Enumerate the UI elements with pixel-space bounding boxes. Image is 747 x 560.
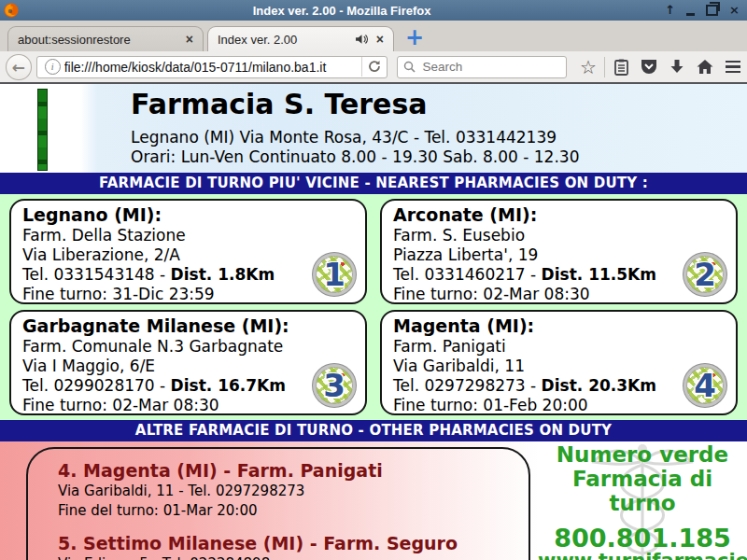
card-address: Via I Maggio, 6/E xyxy=(22,357,354,376)
map-badge-icon: 4 xyxy=(684,364,726,407)
downloads-icon[interactable] xyxy=(663,54,691,80)
card-city: Magenta (MI): xyxy=(393,315,725,337)
toll-free-line2: Farmacia di turno xyxy=(538,467,747,515)
tab-bar: about:sessionrestore × Index ver. 2.00 ×… xyxy=(0,21,747,51)
bottom-section: 4. Magenta (MI) - Farm. Panigati Via Gar… xyxy=(0,441,747,560)
card-name: Farm. Panigati xyxy=(393,337,725,357)
window-controls: ↑ × xyxy=(665,0,740,21)
pharmacy-title: Farmacia S. Teresa xyxy=(131,88,428,120)
maximize-icon[interactable] xyxy=(706,5,718,16)
other-pharmacies-panel: 4. Magenta (MI) - Farm. Panigati Via Gar… xyxy=(0,441,538,560)
search-input[interactable] xyxy=(420,59,560,75)
card-shift-end: Fine turno: 01-Feb 20:00 xyxy=(393,396,725,415)
website-link[interactable]: www.turnifarmacie.it xyxy=(538,551,747,560)
card-tel-dist: Tel. 0299028170 - Dist. 16.7Km xyxy=(22,376,354,396)
pharmacy-hours: Orari: Lun-Ven Continuato 8.00 - 19.30 S… xyxy=(131,147,579,166)
tab-close-icon[interactable]: × xyxy=(376,32,384,47)
page-content: Farmacia S. Teresa Legnano (MI) Via Mont… xyxy=(0,84,747,560)
card-tel-dist: Tel. 0331460217 - Dist. 11.5Km xyxy=(393,265,725,285)
new-tab-button[interactable]: + xyxy=(405,26,424,49)
card-name: Farm. Comunale N.3 Garbagnate xyxy=(22,337,354,357)
home-icon[interactable] xyxy=(691,54,719,80)
pharmacy-card-1: Legnano (MI): Farm. Della Stazione Via L… xyxy=(9,199,367,304)
pharmacy-card-4: Magenta (MI): Farm. Panigati Via Garibal… xyxy=(380,310,738,415)
other-pharmacy-address: Via Edison, 5 - Tel. 022284898 xyxy=(58,554,529,560)
browser-window: Index ver. 2.00 - Mozilla Firefox ↑ × ab… xyxy=(0,0,747,560)
tab-label: Index ver. 2.00 xyxy=(218,33,353,47)
card-tel-dist: Tel. 0297298273 - Dist. 20.3Km xyxy=(393,376,725,396)
menu-icon[interactable] xyxy=(719,54,747,80)
site-header: Farmacia S. Teresa Legnano (MI) Via Mont… xyxy=(0,84,747,173)
card-shift-end: Fine turno: 31-Dic 23:59 xyxy=(22,285,354,304)
other-pharmacy-title: 5. Settimo Milanese (MI) - Farm. Seguro xyxy=(58,533,529,554)
tab-close-icon[interactable]: × xyxy=(186,32,193,47)
other-pharmacy-address: Via Garibaldi, 11 - Tel. 0297298273 xyxy=(58,482,529,501)
bookmark-star-icon[interactable]: ☆ xyxy=(574,54,602,80)
card-name: Farm. Della Stazione xyxy=(22,226,354,245)
search-bar[interactable] xyxy=(397,56,567,78)
navigation-toolbar: ← i file:///home/kiosk/data/015-0711/mil… xyxy=(0,51,747,84)
card-tel-dist: Tel. 0331543148 - Dist. 1.8Km xyxy=(22,265,354,285)
page-info-icon[interactable]: i xyxy=(45,59,61,75)
toolbar-icons: ☆ xyxy=(574,54,747,80)
card-city: Legnano (MI): xyxy=(22,203,354,226)
toll-free-number: 800.801.185 xyxy=(538,525,747,551)
minimize-icon[interactable] xyxy=(686,13,695,16)
pocket-icon[interactable] xyxy=(635,54,663,80)
banner-nearest: FARMACIE DI TURNO PIU' VICINE - NEAREST … xyxy=(0,173,747,194)
title-bar: Index ver. 2.00 - Mozilla Firefox ↑ × xyxy=(0,0,747,21)
tab-audio-icon[interactable] xyxy=(355,34,369,45)
url-text[interactable]: file:///home/kiosk/data/015-0711/milano.… xyxy=(64,60,362,75)
card-shift-end: Fine turno: 02-Mar 08:30 xyxy=(393,285,725,304)
pharmacy-card-2: Arconate (MI): Farm. S. Eusebio Piazza L… xyxy=(380,199,738,304)
window-title: Index ver. 2.00 - Mozilla Firefox xyxy=(19,4,665,18)
nearest-pharmacies-grid: Legnano (MI): Farm. Della Stazione Via L… xyxy=(0,194,747,420)
pharmacy-address: Legnano (MI) Via Monte Rosa, 43/C - Tel.… xyxy=(131,128,557,147)
card-address: Via Garibaldi, 11 xyxy=(393,357,725,376)
search-icon xyxy=(403,61,416,73)
toll-free-line1: Numero verde xyxy=(538,442,747,467)
back-button[interactable]: ← xyxy=(6,54,32,80)
reload-icon[interactable] xyxy=(361,57,383,77)
tab-label: about:sessionrestore xyxy=(18,33,180,47)
other-pharmacies-list: 4. Magenta (MI) - Farm. Panigati Via Gar… xyxy=(26,447,530,560)
card-shift-end: Fine turno: 02-Mar 08:30 xyxy=(22,396,354,415)
map-badge-icon: 1 xyxy=(313,253,356,296)
map-badge-icon: 3 xyxy=(313,364,356,407)
toolbar-separator xyxy=(604,57,605,77)
map-badge-icon: 2 xyxy=(684,253,726,296)
card-name: Farm. S. Eusebio xyxy=(393,226,725,245)
green-cross-logo xyxy=(37,89,48,171)
other-pharmacy-shift-end: Fine del turno: 01-Mar 20:00 xyxy=(58,501,529,521)
card-address: Via Liberazione, 2/A xyxy=(22,245,354,265)
green-number-panel: Numero verde Farmacia di turno 800.801.1… xyxy=(538,441,747,560)
restore-up-icon[interactable]: ↑ xyxy=(665,0,675,21)
close-icon[interactable]: × xyxy=(729,0,740,21)
tab-sessionrestore[interactable]: about:sessionrestore × xyxy=(7,26,204,51)
card-city: Arconate (MI): xyxy=(393,203,725,226)
bookmarks-icon[interactable] xyxy=(607,54,635,80)
other-pharmacy-title: 4. Magenta (MI) - Farm. Panigati xyxy=(58,460,529,482)
pharmacy-card-3: Garbagnate Milanese (MI): Farm. Comunale… xyxy=(9,310,367,415)
banner-other: ALTRE FARMACIE DI TURNO - OTHER PHARMACI… xyxy=(0,420,747,441)
card-city: Garbagnate Milanese (MI): xyxy=(22,315,354,337)
tab-index-ver[interactable]: Index ver. 2.00 × xyxy=(207,26,394,51)
firefox-logo-icon xyxy=(4,3,19,18)
url-bar[interactable]: i file:///home/kiosk/data/015-0711/milan… xyxy=(36,56,388,78)
card-address: Piazza Liberta', 19 xyxy=(393,245,725,265)
